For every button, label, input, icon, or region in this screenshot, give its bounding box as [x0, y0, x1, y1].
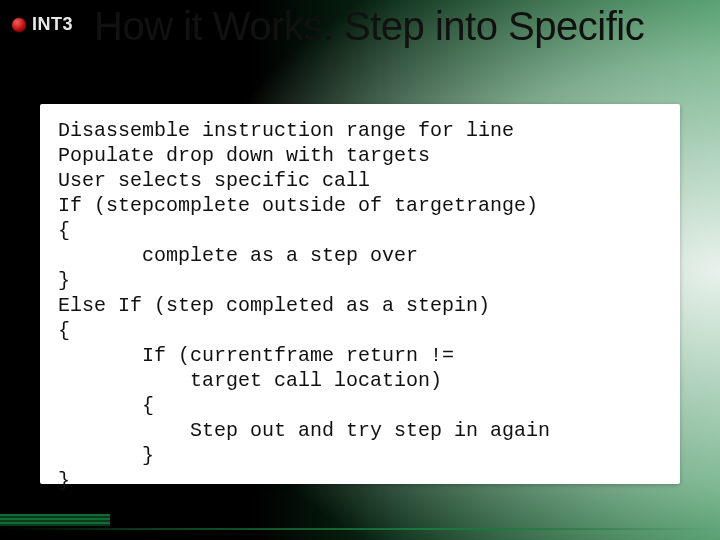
slide-title: How it Works: Step into Specific: [94, 0, 710, 48]
brand-name: INT3: [32, 14, 73, 35]
code-card: Disassemble instruction range for line P…: [40, 104, 680, 484]
pseudocode: Disassemble instruction range for line P…: [58, 118, 662, 493]
slide: INT3 How it Works: Step into Specific Di…: [0, 0, 720, 540]
brand-badge: INT3: [12, 14, 73, 35]
brand-dot-icon: [12, 18, 26, 32]
footer-line: [0, 528, 720, 530]
footer-accent: [0, 514, 110, 526]
